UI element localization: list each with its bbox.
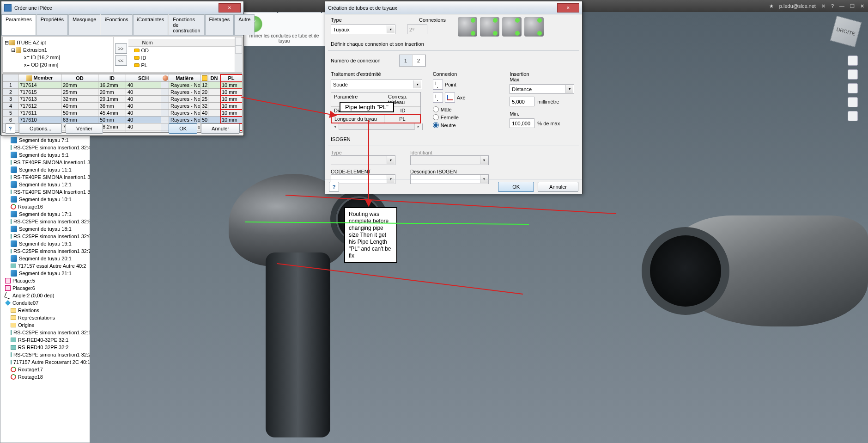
fitting-option[interactable]: [458, 17, 477, 37]
fitting-option[interactable]: [502, 17, 522, 37]
help-icon[interactable]: ?: [831, 3, 834, 9]
app-close-icon[interactable]: ✕: [860, 3, 864, 9]
ipart-dialog-titlebar[interactable]: Créer une iPièce ✕: [1, 1, 243, 14]
tree-item[interactable]: Segment de tuyau 18:1: [0, 225, 90, 233]
tube-dialog-titlebar[interactable]: Création de tubes et de tuyaux ✕: [325, 1, 582, 14]
male-radio[interactable]: Mâle: [433, 106, 500, 112]
ipart-tab[interactable]: Filetages: [205, 14, 234, 35]
close-icon[interactable]: ✕: [219, 3, 241, 12]
tree-item[interactable]: Segment de tuyau 10:1: [0, 196, 90, 203]
zoom-button[interactable]: [848, 97, 858, 107]
tree-item[interactable]: RS-C25PE simona Insertion1 32:6: [0, 233, 90, 240]
tree-item[interactable]: Routage18: [0, 373, 90, 381]
ipart-tab[interactable]: Autre: [234, 14, 255, 35]
help-button[interactable]: ?: [329, 182, 339, 192]
tree-item[interactable]: Segment de tuyau 21:1: [0, 270, 90, 277]
pick-axis-button[interactable]: [433, 92, 443, 103]
maximize-icon[interactable]: ❐: [850, 3, 855, 9]
tree-item[interactable]: Segment de tuyau 5:1: [0, 151, 90, 159]
cancel-button[interactable]: Annuler: [201, 123, 240, 134]
tree-item[interactable]: Placage:6: [0, 284, 90, 292]
options-button[interactable]: Options...: [19, 123, 62, 134]
close-icon[interactable]: ✕: [557, 3, 579, 12]
tree-item[interactable]: RS-TE40PE SIMONA Insertion1 32:7: [0, 188, 90, 196]
tree-item[interactable]: RS-C25PE simona Insertion1 32:7: [0, 247, 90, 255]
tree-item[interactable]: Segment de tuyau 17:1: [0, 210, 90, 218]
tree-item[interactable]: Représentations: [0, 314, 90, 321]
view-cube[interactable]: DROITE: [830, 16, 862, 48]
conn-1-button[interactable]: 1: [400, 55, 413, 66]
orbit-button[interactable]: [848, 69, 858, 80]
table-row[interactable]: 171761420mm16.2mm40Rayures - Noir12.710 …: [3, 82, 243, 89]
add-column-button[interactable]: >>: [115, 43, 127, 54]
close-icon[interactable]: ✕: [821, 3, 826, 9]
neutral-radio[interactable]: Neutre: [433, 122, 500, 128]
scrollbar[interactable]: [235, 37, 242, 72]
ipart-tab[interactable]: Propriétés: [36, 14, 68, 35]
look-at-button[interactable]: [848, 111, 858, 121]
tree-item[interactable]: Routage16: [0, 203, 90, 210]
table-row[interactable]: 471761240mm36mm40Rayures - Noir3210 mm: [3, 103, 243, 110]
remove-column-button[interactable]: <<: [115, 55, 127, 66]
tree-item[interactable]: Segment de tuyau 19:1: [0, 240, 90, 247]
model-browser[interactable]: Segment de tuyau 7:1RS-C25PE simona Inse…: [0, 135, 90, 443]
tree-item[interactable]: RS-RED40-32PE 32:2: [0, 344, 90, 351]
ipart-selected-list[interactable]: Nom OD ID PL: [128, 37, 235, 72]
key-icon: [202, 75, 207, 81]
ipart-source-tree[interactable]: ⊟ITUBE AZ.ipt ⊟Extrusion1 x= ID [16,2 mm…: [3, 37, 114, 72]
fitting-option[interactable]: [480, 17, 499, 37]
ok-button[interactable]: OK: [169, 123, 197, 134]
ipart-tab[interactable]: iContraintes: [133, 14, 169, 35]
seg-icon: [11, 270, 17, 277]
tree-item[interactable]: RS-C25PE simona Insertion1 32:1: [0, 329, 90, 336]
female-radio[interactable]: Femelle: [433, 114, 500, 120]
table-row[interactable]: 371761332mm29.1mm40Rayures - Noir2510 mm: [3, 96, 243, 103]
star-icon[interactable]: ★: [769, 3, 774, 9]
home-view-button[interactable]: [848, 55, 858, 66]
min-value-input[interactable]: 100,000: [510, 118, 534, 128]
tree-item[interactable]: RS-C25PE simona Insertion1 32:4: [0, 144, 90, 151]
tree-item[interactable]: 717157 essai Autre Autre 40:2: [0, 262, 90, 270]
help-button[interactable]: ?: [5, 123, 15, 134]
pick-point-button[interactable]: [433, 80, 443, 90]
tree-item[interactable]: Placage:5: [0, 277, 90, 284]
tree-item[interactable]: Segment de tuyau 12:1: [0, 181, 90, 188]
tree-item[interactable]: Relations: [0, 307, 90, 314]
table-row[interactable]: 571761150mm45.4mm40Rayures - Noir4010 mm: [3, 110, 243, 117]
param-scrollbar[interactable]: ◂▸: [331, 123, 423, 130]
conn-2-button[interactable]: 2: [413, 55, 425, 66]
type-dropdown[interactable]: Tuyaux▼: [331, 25, 395, 34]
ipart-tab[interactable]: Fonctions de construction: [169, 14, 204, 35]
tree-item[interactable]: Routage17: [0, 366, 90, 373]
end-treatment-dropdown[interactable]: Soudé▼: [331, 80, 422, 89]
ok-button[interactable]: OK: [498, 182, 534, 192]
table-row[interactable]: 271761525mm20mm40Rayures - Noir2010 mm: [3, 89, 243, 96]
max-value-input[interactable]: 5,000: [510, 97, 534, 106]
seg-icon: [11, 255, 17, 262]
tree-item[interactable]: RS-RED40-32PE 32:1: [0, 336, 90, 344]
ipart-tab[interactable]: Masquage: [68, 14, 100, 35]
ipart-tab[interactable]: Paramètres: [1, 14, 36, 35]
tree-item[interactable]: Segment de tuyau 7:1: [0, 136, 90, 144]
axis-icon-button[interactable]: [445, 92, 455, 103]
ipart-tab[interactable]: iFonctions: [101, 14, 132, 35]
fitting-option[interactable]: [524, 17, 544, 37]
tree-item[interactable]: Origine: [0, 321, 90, 329]
verify-button[interactable]: Vérifier: [66, 123, 103, 134]
connections-count: 2▾: [407, 25, 427, 34]
cancel-button[interactable]: Annuler: [538, 182, 578, 192]
tree-item[interactable]: 717157 Autre Recouvrant 2C 40:1: [0, 358, 90, 366]
pan-button[interactable]: [848, 83, 858, 93]
user-label[interactable]: p.ledu@slce.net: [779, 3, 816, 9]
tree-item[interactable]: RS-TE40PE SIMONA Insertion1 32:5: [0, 159, 90, 166]
tree-item[interactable]: Segment de tuyau 11:1: [0, 166, 90, 173]
tree-item[interactable]: Conduite07: [0, 299, 90, 307]
max-type-dropdown[interactable]: Distance▼: [510, 84, 574, 94]
tree-item[interactable]: RS-TE40PE SIMONA Insertion1 32:6: [0, 173, 90, 181]
tree-item[interactable]: Angle:2 (0,00 deg): [0, 292, 90, 299]
tree-item[interactable]: RS-C25PE simona Insertion1 32:5: [0, 218, 90, 225]
minimize-icon[interactable]: —: [839, 3, 844, 9]
ribbon-panel-finish: rminer les conduites de tube et de tuyau: [243, 13, 325, 46]
tree-item[interactable]: RS-C25PE simona Insertion1 32:2: [0, 351, 90, 358]
tree-item[interactable]: Segment de tuyau 20:1: [0, 255, 90, 262]
